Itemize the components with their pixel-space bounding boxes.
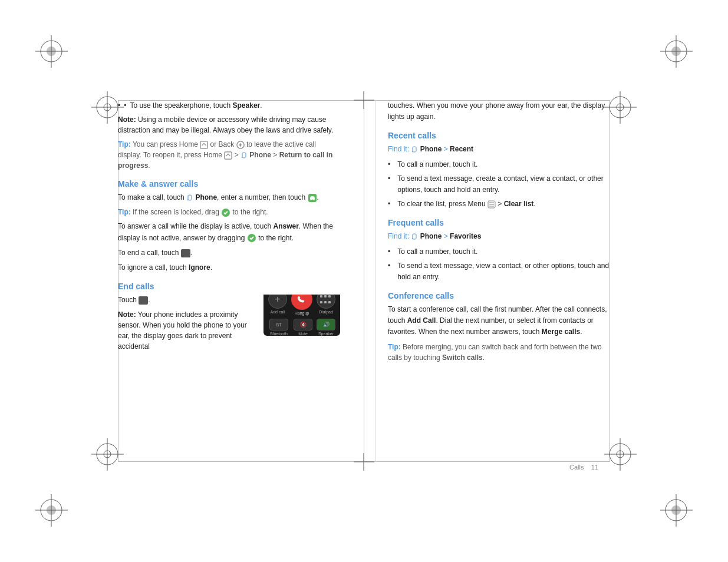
tip-switch-calls: Tip: Before merging, you can switch back… <box>388 342 610 363</box>
page-footer: Calls 11 <box>569 464 598 471</box>
intro-touches: touches. When you move your phone away f… <box>388 100 610 123</box>
frequent-bullet-1: To call a number, touch it. <box>388 246 610 257</box>
recent-bullet-1: To call a number, touch it. <box>388 159 610 170</box>
left-column: • To use the speakerphone, touch Speaker… <box>118 100 352 462</box>
tip-home-back: Tip: You can press Home or Back to leave… <box>118 139 340 171</box>
reg-mark-tl-outer <box>35 35 68 68</box>
recent-calls-find-it: Find it: Phone > Recent <box>388 144 610 155</box>
speakerphone-tip: • To use the speakerphone, touch Speaker… <box>118 100 340 111</box>
svg-rect-36 <box>200 141 207 148</box>
conference-calls-heading: Conference calls <box>388 291 610 300</box>
right-column: touches. When you move your phone away f… <box>375 100 610 462</box>
recent-bullet-2: To send a text message, create a contact… <box>388 173 610 196</box>
note-driving: Note: Using a mobile device or accessory… <box>118 114 340 135</box>
frequent-bullet-2: To send a text message, view a contact, … <box>388 260 610 283</box>
tip-locked-screen: Tip: If the screen is locked, drag to th… <box>118 207 340 217</box>
call-screen-image: + Add call Hangup <box>263 295 340 336</box>
reg-mark-bl-outer <box>35 494 68 527</box>
page-number: 11 <box>591 464 598 471</box>
reg-mark-tr-outer <box>660 35 693 68</box>
ignore-call-text: To ignore a call, touch Ignore. <box>118 262 340 273</box>
svg-rect-42 <box>181 249 190 257</box>
make-answer-heading: Make & answer calls <box>118 179 340 189</box>
page-label: Calls <box>569 464 584 471</box>
frequent-calls-heading: Frequent calls <box>388 218 610 227</box>
svg-rect-38 <box>225 152 232 159</box>
end-calls-heading: End calls <box>118 282 340 291</box>
make-call-text: To make a call, touch Phone, enter a num… <box>118 192 340 203</box>
reg-mark-br-outer <box>660 494 693 527</box>
recent-calls-heading: Recent calls <box>388 131 610 140</box>
answer-call-text: To answer a call while the display is ac… <box>118 221 340 243</box>
frequent-calls-find-it: Find it: Phone > Favorites <box>388 231 610 242</box>
recent-bullet-3: To clear the list, press Menu > Clear li… <box>388 199 610 210</box>
page-content: • To use the speakerphone, touch Speaker… <box>118 100 610 462</box>
end-calls-section: + Add call Hangup <box>118 295 340 355</box>
conference-calls-text: To start a conference call, call the fir… <box>388 304 610 338</box>
svg-rect-43 <box>139 296 148 305</box>
end-call-text: To end a call, touch . <box>118 247 340 259</box>
